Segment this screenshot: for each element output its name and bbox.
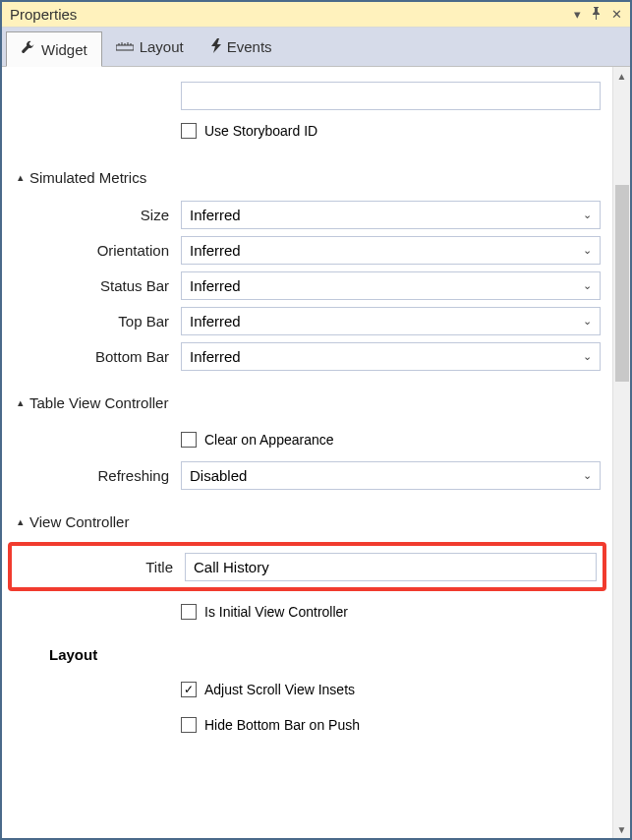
tab-layout[interactable]: Layout bbox=[102, 28, 198, 66]
checkbox-icon-checked: ✓ bbox=[181, 682, 197, 697]
ruler-icon bbox=[116, 39, 134, 55]
tab-events[interactable]: Events bbox=[198, 28, 286, 66]
lightning-icon bbox=[211, 38, 221, 56]
tab-bar: Widget Layout Events bbox=[2, 28, 630, 67]
tab-layout-label: Layout bbox=[140, 38, 184, 55]
highlight-title-row: Title bbox=[8, 542, 606, 591]
section-view-controller[interactable]: ▴ View Controller bbox=[14, 496, 601, 538]
storyboard-id-label: Use Storyboard ID bbox=[204, 123, 317, 139]
adjust-scroll-label: Adjust Scroll View Insets bbox=[204, 682, 355, 697]
row-clear-appearance: Clear on Appearance bbox=[14, 425, 601, 454]
bottombar-label: Bottom Bar bbox=[14, 348, 181, 365]
close-icon[interactable]: ✕ bbox=[611, 7, 622, 23]
row-blank-input bbox=[14, 81, 601, 110]
row-title: Title bbox=[18, 552, 597, 581]
collapse-icon: ▴ bbox=[18, 515, 24, 528]
pin-icon[interactable] bbox=[591, 7, 602, 23]
chevron-down-icon: ⌄ bbox=[583, 279, 592, 292]
title-label: Title bbox=[18, 559, 185, 575]
checkbox-adjust-scroll[interactable]: ✓ Adjust Scroll View Insets bbox=[181, 682, 601, 697]
orientation-label: Orientation bbox=[14, 242, 181, 259]
chevron-down-icon: ⌄ bbox=[583, 244, 592, 257]
titlebar: Properties ▾ ✕ bbox=[2, 2, 630, 28]
dropdown-icon[interactable]: ▾ bbox=[574, 7, 581, 23]
initial-vc-label: Is Initial View Controller bbox=[204, 604, 348, 620]
refreshing-value: Disabled bbox=[190, 467, 247, 484]
topbar-label: Top Bar bbox=[14, 313, 181, 330]
chevron-down-icon: ⌄ bbox=[583, 209, 592, 221]
row-size: Size Inferred ⌄ bbox=[14, 200, 601, 229]
refreshing-label: Refreshing bbox=[14, 467, 181, 484]
checkbox-hide-bottom[interactable]: Hide Bottom Bar on Push bbox=[181, 717, 601, 733]
tab-events-label: Events bbox=[227, 38, 272, 55]
collapse-icon: ▴ bbox=[18, 171, 24, 184]
statusbar-select[interactable]: Inferred ⌄ bbox=[181, 271, 601, 300]
section-tvc-label: Table View Controller bbox=[29, 394, 168, 411]
scroll-up-icon[interactable]: ▲ bbox=[613, 67, 630, 85]
collapse-icon: ▴ bbox=[18, 396, 24, 409]
section-simulated-metrics-label: Simulated Metrics bbox=[29, 169, 146, 186]
wrench-icon bbox=[21, 40, 35, 58]
content-wrap: Use Storyboard ID ▴ Simulated Metrics Si… bbox=[2, 67, 630, 838]
topbar-select[interactable]: Inferred ⌄ bbox=[181, 307, 601, 335]
orientation-value: Inferred bbox=[190, 242, 241, 259]
titlebar-buttons: ▾ ✕ bbox=[574, 7, 622, 23]
checkbox-initial-vc[interactable]: Is Initial View Controller bbox=[181, 604, 601, 620]
size-value: Inferred bbox=[190, 207, 241, 223]
statusbar-value: Inferred bbox=[190, 277, 241, 294]
row-orientation: Orientation Inferred ⌄ bbox=[14, 235, 601, 265]
content: Use Storyboard ID ▴ Simulated Metrics Si… bbox=[2, 67, 612, 838]
checkbox-icon bbox=[181, 604, 197, 620]
checkbox-icon bbox=[181, 717, 197, 733]
size-select[interactable]: Inferred ⌄ bbox=[181, 201, 601, 229]
section-vc-label: View Controller bbox=[29, 513, 129, 530]
checkbox-storyboard-id[interactable]: Use Storyboard ID bbox=[181, 123, 601, 139]
tab-widget-label: Widget bbox=[41, 41, 87, 58]
bottombar-value: Inferred bbox=[190, 348, 241, 365]
size-label: Size bbox=[14, 207, 181, 223]
chevron-down-icon: ⌄ bbox=[583, 350, 592, 363]
row-bottombar: Bottom Bar Inferred ⌄ bbox=[14, 341, 601, 371]
checkbox-icon bbox=[181, 432, 197, 448]
scrollbar[interactable]: ▲ ▼ bbox=[612, 67, 630, 838]
clear-appearance-label: Clear on Appearance bbox=[204, 432, 334, 448]
row-topbar: Top Bar Inferred ⌄ bbox=[14, 306, 601, 335]
checkbox-clear-appearance[interactable]: Clear on Appearance bbox=[181, 432, 601, 448]
svg-rect-0 bbox=[116, 45, 134, 50]
bottombar-select[interactable]: Inferred ⌄ bbox=[181, 342, 601, 371]
section-simulated-metrics[interactable]: ▴ Simulated Metrics bbox=[14, 151, 601, 194]
scroll-down-icon[interactable]: ▼ bbox=[613, 820, 630, 838]
statusbar-label: Status Bar bbox=[14, 277, 181, 294]
row-refreshing: Refreshing Disabled ⌄ bbox=[14, 460, 601, 490]
properties-panel: Properties ▾ ✕ Widget Layout Events bbox=[0, 0, 632, 840]
checkbox-icon bbox=[181, 123, 197, 139]
tab-widget[interactable]: Widget bbox=[6, 31, 102, 67]
refreshing-select[interactable]: Disabled ⌄ bbox=[181, 461, 601, 490]
row-initial-vc: Is Initial View Controller bbox=[14, 597, 601, 627]
row-hide-bottom: Hide Bottom Bar on Push bbox=[14, 710, 601, 740]
chevron-down-icon: ⌄ bbox=[583, 315, 592, 328]
row-statusbar: Status Bar Inferred ⌄ bbox=[14, 270, 601, 300]
scroll-thumb[interactable] bbox=[615, 185, 629, 382]
row-storyboard-id: Use Storyboard ID bbox=[14, 116, 601, 146]
sub-header-layout: Layout bbox=[14, 632, 601, 669]
panel-title: Properties bbox=[10, 6, 574, 23]
title-input[interactable] bbox=[185, 553, 597, 581]
hide-bottom-label: Hide Bottom Bar on Push bbox=[204, 717, 360, 733]
topbar-value: Inferred bbox=[190, 313, 241, 330]
orientation-select[interactable]: Inferred ⌄ bbox=[181, 236, 601, 265]
chevron-down-icon: ⌄ bbox=[583, 469, 592, 482]
blank-input[interactable] bbox=[181, 82, 601, 110]
section-table-view-controller[interactable]: ▴ Table View Controller bbox=[14, 377, 601, 419]
row-adjust-scroll: ✓ Adjust Scroll View Insets bbox=[14, 675, 601, 704]
